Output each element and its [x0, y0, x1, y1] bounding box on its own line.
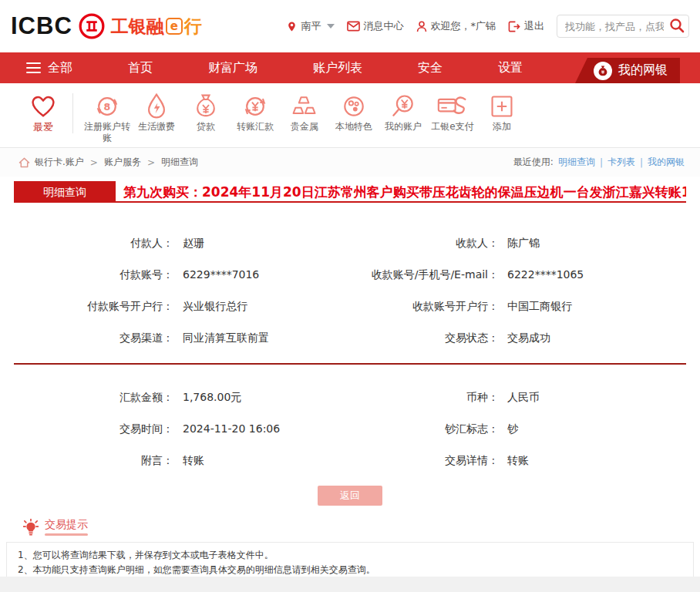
field-label: 交易渠道： [14, 331, 173, 345]
nav-item-security[interactable]: 安全 [418, 60, 443, 76]
chevron-down-icon [327, 24, 335, 29]
magnifier-yuan-icon [379, 92, 428, 121]
field-value: 6229****7016 [183, 268, 346, 281]
quick-label: 转账汇款 [231, 121, 280, 133]
user-icon [416, 21, 427, 32]
quick-label: 添加 [477, 121, 527, 133]
location-pin-icon [286, 21, 298, 32]
field-value: 同业清算互联前置 [183, 331, 346, 345]
recent-used-label: 最近使用: [513, 156, 554, 169]
search-button[interactable] [669, 18, 685, 33]
quick-access-bar: 最爱 8 注册账户转账 生活缴费 贷款 转账汇款 贵金属 本地特色 [0, 83, 700, 148]
breadcrumb-item-detail-query[interactable]: 明细查询 [161, 156, 198, 169]
icbc-logo-text: ICBC [11, 12, 72, 40]
location-selector[interactable]: 南平 [286, 19, 335, 33]
tab-detail-query[interactable]: 明细查询 [14, 181, 116, 201]
quick-item-local-features[interactable]: 本地特色 [329, 92, 379, 133]
detail-row-payer: 付款人： 赵珊 收款人： 陈广锦 [14, 237, 686, 251]
nav-item-accounts[interactable]: 账户列表 [313, 60, 362, 76]
search-box [557, 15, 689, 38]
field-value: 转账 [507, 454, 529, 468]
svg-text:8: 8 [104, 101, 111, 113]
back-button[interactable]: 返回 [318, 486, 382, 506]
field-value: 钞 [507, 422, 518, 436]
tab-bar: 明细查询 第九次购买：2024年11月20日江苏常州客户购买带压花齿轮的保温压边… [14, 181, 686, 203]
lightbulb-icon [23, 519, 39, 536]
nav-wealth-label: 财富广场 [208, 60, 257, 76]
detail-row-account: 付款账号： 6229****7016 收款账号/手机号/E-mail： 6222… [14, 268, 686, 282]
field-value: 交易成功 [507, 331, 550, 345]
breadcrumb-item-account-service[interactable]: 账户服务 [104, 156, 141, 169]
quick-item-bill-pay[interactable]: 生活缴费 [132, 92, 181, 133]
field-value: 1,768.00元 [183, 391, 346, 405]
quick-item-loans[interactable]: 贷款 [181, 92, 231, 133]
my-ebank-button[interactable]: 我的网银 [575, 58, 680, 83]
quick-item-icbc-epay[interactable]: 工银e支付 [428, 92, 477, 133]
quick-item-favorites[interactable]: 最爱 [19, 92, 68, 133]
nav-item-settings[interactable]: 设置 [498, 60, 523, 76]
field-value: 中国工商银行 [507, 300, 572, 314]
nav-home-label: 首页 [128, 60, 153, 76]
quick-item-register-transfer[interactable]: 8 注册账户转账 [82, 92, 132, 144]
nav-item-wealth[interactable]: 财富广场 [208, 60, 257, 76]
field-label: 附言： [14, 454, 173, 468]
tips-header: 交易提示 [6, 518, 694, 536]
register-transfer-icon: 8 [82, 92, 132, 121]
quick-label: 贵金属 [280, 121, 329, 133]
detail-row-amount: 汇款金额： 1,768.00元 币种： 人民币 [14, 391, 686, 405]
menu-icon [26, 62, 41, 74]
nav-item-all[interactable]: 全部 [26, 60, 72, 76]
detail-card: 明细查询 第九次购买：2024年11月20日江苏常州客户购买带压花齿轮的保温压边… [14, 181, 686, 506]
quick-item-transfer-remit[interactable]: 转账汇款 [231, 92, 280, 133]
logout-label: 退出 [524, 19, 544, 33]
heart-icon [19, 92, 68, 121]
detail-row-channel-status: 交易渠道： 同业清算互联前置 交易状态： 交易成功 [14, 331, 686, 345]
quick-label: 最爱 [19, 121, 68, 133]
logout-button[interactable]: 退出 [508, 19, 544, 33]
main-nav: 全部 首页 财富广场 账户列表 安全 设置 我的网银 [0, 52, 700, 83]
quick-label: 工银e支付 [428, 121, 477, 133]
footer-strip [0, 577, 700, 592]
recent-link-detail-query[interactable]: 明细查询 [558, 156, 595, 169]
search-icon [669, 18, 685, 33]
welcome-user[interactable]: 欢迎您，*广锦 [416, 19, 496, 33]
envelope-icon [347, 21, 360, 32]
nav-item-home[interactable]: 首页 [128, 60, 153, 76]
breadcrumb-item-bankcard[interactable]: 银行卡.账户 [35, 156, 84, 169]
field-label: 交易详情： [346, 454, 499, 468]
detail-row-memo: 附言： 转账 交易详情： 转账 [14, 454, 686, 468]
message-center-label: 消息中心 [364, 19, 404, 33]
recent-link-card-list[interactable]: 卡列表 [607, 156, 635, 169]
quick-item-my-account[interactable]: 我的账户 [379, 92, 428, 133]
transfer-cycle-yuan-icon [231, 92, 280, 121]
top-header: ICBC 工银融 e 行 南平 消息中心 欢迎您，*广锦 退出 [0, 0, 700, 52]
epay-card-icon [428, 92, 477, 121]
field-label: 收款账号/手机号/E-mail： [346, 268, 499, 282]
tip-item: 2、本功能只支持查询账户明细，如您需要查询具体交易的明细信息请到相关交易查询。 [18, 563, 682, 577]
breadcrumb-separator: > [147, 157, 155, 168]
field-label: 交易时间： [14, 422, 173, 436]
quick-item-precious-metals[interactable]: 贵金属 [280, 92, 329, 133]
location-label: 南平 [301, 19, 321, 33]
nav-accounts-label: 账户列表 [313, 60, 362, 76]
recent-used: 最近使用: 明细查询 | 卡列表 | 我的网银 [513, 156, 685, 169]
quick-label: 本地特色 [329, 121, 379, 133]
message-center-link[interactable]: 消息中心 [347, 19, 404, 33]
local-features-icon [329, 92, 379, 121]
field-label: 钞汇标志： [346, 422, 499, 436]
field-value: 2024-11-20 16:06 [183, 422, 346, 435]
nav-security-label: 安全 [418, 60, 443, 76]
icbc-logo[interactable]: ICBC 工银融 e 行 [11, 12, 202, 40]
field-label: 付款账号： [14, 268, 173, 282]
quick-item-add[interactable]: 添加 [477, 92, 527, 133]
field-label: 汇款金额： [14, 391, 173, 405]
quick-label: 我的账户 [379, 121, 428, 133]
announcement-marquee: 第九次购买：2024年11月20日江苏常州客户购买带压花齿轮的保温压边机一台发浙… [116, 181, 686, 201]
divider [72, 93, 73, 133]
nav-settings-label: 设置 [498, 60, 523, 76]
breadcrumb: 银行卡.账户 > 账户服务 > 明细查询 [19, 156, 198, 169]
quick-label: 注册账户转账 [82, 121, 132, 144]
money-bag-icon [594, 62, 612, 80]
recent-link-my-ebank[interactable]: 我的网银 [648, 156, 685, 169]
breadcrumb-bar: 银行卡.账户 > 账户服务 > 明细查询 最近使用: 明细查询 | 卡列表 | … [0, 148, 700, 177]
